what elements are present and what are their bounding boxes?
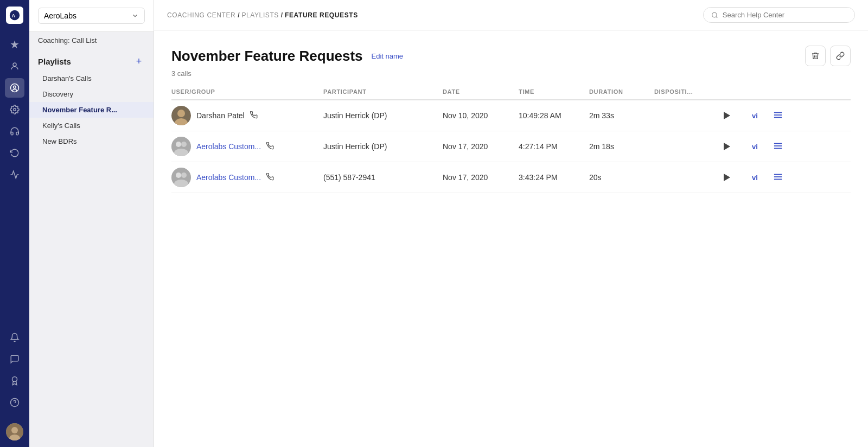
svg-marker-25 bbox=[724, 143, 730, 150]
svg-line-13 bbox=[716, 16, 717, 17]
col-header-time: TIME bbox=[519, 88, 589, 95]
user-cell: Aerolabs Custom... bbox=[171, 137, 323, 156]
app-logo[interactable]: A bbox=[6, 7, 23, 24]
col-header-date: DATE bbox=[443, 88, 519, 95]
link-icon bbox=[836, 52, 845, 60]
svg-text:A: A bbox=[12, 13, 16, 18]
bell-icon[interactable] bbox=[5, 328, 24, 347]
svg-point-2 bbox=[13, 63, 16, 66]
svg-point-30 bbox=[176, 173, 181, 178]
user-icon[interactable] bbox=[5, 56, 24, 76]
breadcrumb: Coaching Center / Playlists / Feature Re… bbox=[167, 11, 358, 19]
breadcrumb-coaching[interactable]: Coaching Center bbox=[167, 11, 235, 19]
vi-badge[interactable]: vi bbox=[752, 174, 774, 182]
sidebar-item-new-bdrs[interactable]: New BDRs bbox=[29, 133, 154, 149]
svg-point-10 bbox=[11, 427, 18, 433]
org-name: AeroLabs bbox=[44, 11, 76, 20]
user-cell: Darshan Patel bbox=[171, 106, 323, 125]
table-row: Darshan Patel Justin Herrick (DP) Nov 10… bbox=[171, 100, 851, 131]
search-input[interactable] bbox=[723, 11, 847, 19]
participant-cell: Justin Herrick (DP) bbox=[323, 142, 443, 151]
play-button[interactable] bbox=[719, 108, 735, 123]
phone-icon bbox=[250, 111, 258, 120]
stars-icon[interactable] bbox=[5, 35, 24, 54]
group-avatar bbox=[171, 168, 191, 187]
nav-bar: A bbox=[0, 0, 29, 447]
list-icon[interactable] bbox=[774, 173, 793, 182]
sidebar-item-kellys-calls[interactable]: Kelly's Calls bbox=[29, 118, 154, 133]
sidebar-item-darshans-calls[interactable]: Darshan's Calls bbox=[29, 71, 154, 86]
settings-icon[interactable] bbox=[5, 100, 24, 119]
edit-name-button[interactable]: Edit name bbox=[372, 52, 404, 60]
breadcrumb-playlists[interactable]: Playlists bbox=[241, 11, 279, 19]
duration-cell: 20s bbox=[589, 173, 654, 182]
col-header-disposition: DISPOSITI... bbox=[654, 88, 719, 95]
time-cell: 10:49:28 AM bbox=[519, 111, 589, 120]
dropdown-icon bbox=[131, 12, 139, 20]
sidebar: AeroLabs Coaching: Call List Playlists +… bbox=[29, 0, 154, 447]
topbar: Coaching Center / Playlists / Feature Re… bbox=[154, 0, 868, 30]
phone-icon bbox=[266, 173, 274, 182]
copy-link-button[interactable] bbox=[830, 46, 851, 66]
duration-cell: 2m 33s bbox=[589, 111, 654, 120]
svg-point-5 bbox=[14, 108, 16, 111]
group-avatar bbox=[171, 137, 191, 156]
date-cell: Nov 17, 2020 bbox=[443, 142, 519, 151]
trash-icon bbox=[811, 52, 820, 60]
svg-point-22 bbox=[176, 142, 181, 147]
sidebar-item-discovery[interactable]: Discovery bbox=[29, 86, 154, 102]
vi-badge[interactable]: vi bbox=[752, 112, 774, 120]
col-header-user: USER/GROUP bbox=[171, 88, 323, 95]
analytics-icon[interactable] bbox=[5, 165, 24, 184]
call-count: 3 calls bbox=[171, 69, 851, 78]
chat-icon[interactable] bbox=[5, 349, 24, 369]
list-icon[interactable] bbox=[774, 111, 793, 120]
svg-point-12 bbox=[712, 12, 717, 17]
user-avatar-darshan bbox=[171, 106, 191, 125]
table-row: Aerolabs Custom... Justin Herrick (DP) N… bbox=[171, 131, 851, 162]
svg-point-31 bbox=[181, 173, 187, 178]
main-content: Coaching Center / Playlists / Feature Re… bbox=[154, 0, 868, 447]
user-cell: Aerolabs Custom... bbox=[171, 168, 323, 187]
time-cell: 4:27:14 PM bbox=[519, 142, 589, 151]
badge-icon[interactable] bbox=[5, 371, 24, 391]
headset-icon[interactable] bbox=[5, 122, 24, 141]
sidebar-header: AeroLabs bbox=[29, 0, 154, 32]
vi-badge[interactable]: vi bbox=[752, 143, 774, 151]
svg-marker-17 bbox=[724, 112, 730, 119]
svg-point-4 bbox=[14, 86, 16, 88]
user-name-aerolabs-1[interactable]: Aerolabs Custom... bbox=[196, 142, 261, 151]
sidebar-item-november-feature[interactable]: November Feature R... bbox=[29, 102, 154, 118]
play-button[interactable] bbox=[719, 170, 735, 185]
user-name-aerolabs-2[interactable]: Aerolabs Custom... bbox=[196, 173, 261, 182]
date-cell: Nov 17, 2020 bbox=[443, 173, 519, 182]
time-cell: 3:43:24 PM bbox=[519, 173, 589, 182]
history-icon[interactable] bbox=[5, 143, 24, 163]
participant-cell: Justin Herrick (DP) bbox=[323, 111, 443, 120]
col-header-participant: PARTICIPANT bbox=[323, 88, 443, 95]
svg-marker-33 bbox=[724, 174, 730, 181]
delete-button[interactable] bbox=[805, 46, 826, 66]
org-selector[interactable]: AeroLabs bbox=[38, 8, 145, 24]
list-icon[interactable] bbox=[774, 142, 793, 151]
coaching-label: Coaching: Call List bbox=[29, 32, 154, 49]
table-header: USER/GROUP PARTICIPANT DATE TIME DURATIO… bbox=[171, 88, 851, 100]
svg-point-15 bbox=[177, 110, 185, 117]
duration-cell: 2m 18s bbox=[589, 142, 654, 151]
help-icon[interactable] bbox=[5, 393, 24, 412]
add-playlist-button[interactable]: + bbox=[133, 55, 145, 67]
table-row: Aerolabs Custom... (551) 587-2941 Nov 17… bbox=[171, 162, 851, 193]
coaching-icon[interactable] bbox=[5, 78, 24, 98]
title-actions bbox=[805, 46, 851, 66]
svg-point-6 bbox=[12, 377, 17, 382]
play-button[interactable] bbox=[719, 139, 735, 154]
user-avatar[interactable] bbox=[6, 423, 23, 440]
search-icon bbox=[711, 11, 718, 19]
page-title-row: November Feature Requests Edit name bbox=[171, 46, 851, 66]
playlists-label: Playlists bbox=[38, 57, 71, 66]
page-title: November Feature Requests bbox=[171, 48, 363, 65]
user-name-darshan: Darshan Patel bbox=[196, 111, 245, 120]
search-box[interactable] bbox=[703, 7, 855, 23]
playlists-header: Playlists + bbox=[29, 49, 154, 71]
col-header-vi bbox=[752, 88, 774, 95]
